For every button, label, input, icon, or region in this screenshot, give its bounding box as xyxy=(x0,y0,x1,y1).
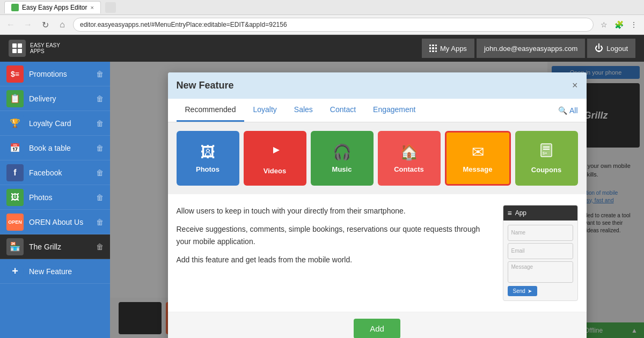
sidebar-label-photos: Photos xyxy=(29,193,96,202)
extension-icon[interactable]: 🧩 xyxy=(613,19,625,31)
tab-contact[interactable]: Contact xyxy=(321,99,364,122)
contacts-feature-label: Contacts xyxy=(394,165,424,173)
preview-app-title: App xyxy=(515,209,526,217)
photos-icon: 🖼 xyxy=(6,189,24,206)
preview-body: Name Email Message Send ➤ xyxy=(503,221,577,300)
app-header: EASY EASY APPS My Apps john.doe@easyeasy… xyxy=(0,35,644,62)
sidebar-item-promotions[interactable]: $≡ Promotions 🗑 xyxy=(0,62,110,86)
tab-sales[interactable]: Sales xyxy=(286,99,321,122)
right-panel: Open in your phone Grillz do we do? you … xyxy=(110,62,644,338)
feature-card-videos[interactable]: Videos xyxy=(244,131,306,186)
modal-overlay: New Feature × Recommended Loyalty Sales … xyxy=(110,62,644,338)
sidebar-delete-the-grillz[interactable]: 🗑 xyxy=(96,243,104,251)
preview-send-button[interactable]: Send ➤ xyxy=(508,286,537,296)
sidebar-item-facebook[interactable]: f Facebook 🗑 xyxy=(0,160,110,185)
browser-toolbar: ← → ↻ ⌂ editor.easyeasyapps.net/#MenuEnt… xyxy=(0,15,644,34)
forward-button[interactable]: → xyxy=(21,18,34,31)
sidebar-label-about-us: OREN About Us xyxy=(29,218,96,226)
tab-recommended[interactable]: Recommended xyxy=(177,99,245,122)
sidebar-delete-promotions[interactable]: 🗑 xyxy=(96,70,104,78)
coupons-feature-icon: $≡ xyxy=(539,143,554,161)
sidebar-delete-photos[interactable]: 🗑 xyxy=(96,193,104,202)
add-button[interactable]: Add xyxy=(354,319,400,338)
book-a-table-icon: 📅 xyxy=(6,139,24,157)
feature-card-photos[interactable]: 🖼 Photos xyxy=(177,131,239,186)
tab-close[interactable]: × xyxy=(90,4,93,11)
preview-message-textarea: Message xyxy=(508,261,573,283)
sidebar-label-delivery: Delivery xyxy=(29,94,96,103)
user-email-button[interactable]: john.doe@easyeasyapps.com xyxy=(477,39,585,58)
sidebar-delete-about-us[interactable]: 🗑 xyxy=(96,218,104,226)
sidebar-label-new-feature: New Feature xyxy=(29,267,104,276)
sidebar-label-book-a-table: Book a table xyxy=(29,144,96,152)
sidebar-item-delivery[interactable]: 📋 Delivery 🗑 xyxy=(0,86,110,111)
sidebar-item-loyalty-card[interactable]: 🏆 Loyalty Card 🗑 xyxy=(0,111,110,136)
modal-header: New Feature × xyxy=(168,72,587,99)
feature-detail: Allow users to keep in touch with your d… xyxy=(168,194,587,312)
delivery-icon: 📋 xyxy=(6,90,24,107)
preview-phone-header: ≡ App xyxy=(503,205,577,221)
browser-tab[interactable]: Easy Easy Apps Editor × xyxy=(4,1,101,13)
feature-card-contacts[interactable]: 🏠 Contacts xyxy=(378,131,441,186)
back-button[interactable]: ← xyxy=(4,18,17,31)
logout-button[interactable]: ⏻ Logout xyxy=(587,39,635,58)
modal-close-button[interactable]: × xyxy=(572,80,578,91)
new-tab-button[interactable] xyxy=(105,2,116,13)
logout-icon: ⏻ xyxy=(595,43,603,53)
feature-card-message[interactable]: ✉ Message xyxy=(445,131,511,186)
sidebar-delete-facebook[interactable]: 🗑 xyxy=(96,168,104,177)
modal-dialog: New Feature × Recommended Loyalty Sales … xyxy=(168,72,587,338)
sidebar-item-new-feature[interactable]: + New Feature xyxy=(0,259,110,284)
logo-grid xyxy=(12,43,22,53)
feature-grid: 🖼 Photos Videos 🎧 Music 🏠 xyxy=(168,122,587,194)
modal-title: New Feature xyxy=(177,80,234,91)
bookmark-icon[interactable]: ☆ xyxy=(598,19,610,31)
tab-all[interactable]: 🔍 All xyxy=(558,106,578,115)
svg-marker-1 xyxy=(273,147,280,153)
photos-feature-icon: 🖼 xyxy=(200,143,215,161)
sidebar-item-book-a-table[interactable]: 📅 Book a table 🗑 xyxy=(0,136,110,160)
sidebar-item-the-grillz[interactable]: 🏪 The Grillz 🗑 xyxy=(0,234,110,259)
address-bar[interactable]: editor.easyeasyapps.net/#MenuEntryPlace:… xyxy=(73,18,594,32)
toolbar-icons: ☆ 🧩 ⋮ xyxy=(598,19,640,31)
desc-line-2: Receive suggestions, comments, simple bo… xyxy=(177,223,492,247)
coupons-feature-label: Coupons xyxy=(531,166,561,174)
sidebar-delete-delivery[interactable]: 🗑 xyxy=(96,94,104,103)
grid-icon xyxy=(429,45,437,52)
sidebar-label-the-grillz: The Grillz xyxy=(29,243,96,251)
svg-text:$≡: $≡ xyxy=(543,151,547,155)
music-feature-label: Music xyxy=(332,165,352,173)
logo-icon xyxy=(9,40,26,57)
the-grillz-icon: 🏪 xyxy=(6,238,24,255)
feature-preview: ≡ App Name Email Message Send xyxy=(503,205,578,301)
facebook-icon: f xyxy=(6,164,24,181)
preview-name-input: Name xyxy=(508,225,573,241)
videos-feature-label: Videos xyxy=(264,167,286,175)
tab-title: Easy Easy Apps Editor xyxy=(22,4,87,11)
main-area: $≡ Promotions 🗑 📋 Delivery 🗑 🏆 Loyalty C… xyxy=(0,62,644,338)
refresh-button[interactable]: ↻ xyxy=(39,18,52,31)
home-button[interactable]: ⌂ xyxy=(56,18,69,31)
menu-icon[interactable]: ⋮ xyxy=(628,19,640,31)
tab-engagement[interactable]: Engagement xyxy=(364,99,424,122)
app-logo: EASY EASY APPS xyxy=(9,40,60,57)
message-feature-icon: ✉ xyxy=(472,143,484,161)
header-nav: My Apps john.doe@easyeasyapps.com ⏻ Logo… xyxy=(422,39,635,58)
desc-line-3: Add this feature and get leads from the … xyxy=(177,254,492,266)
tab-all-label: All xyxy=(569,106,578,115)
tab-loyalty[interactable]: Loyalty xyxy=(244,99,285,122)
preview-phone: ≡ App Name Email Message Send xyxy=(503,205,578,301)
sidebar-delete-loyalty-card[interactable]: 🗑 xyxy=(96,119,104,128)
sidebar-item-about-us[interactable]: OPEN OREN About Us 🗑 xyxy=(0,210,110,234)
sidebar-item-photos[interactable]: 🖼 Photos 🗑 xyxy=(0,185,110,210)
sidebar: $≡ Promotions 🗑 📋 Delivery 🗑 🏆 Loyalty C… xyxy=(0,62,110,338)
preview-email-input: Email xyxy=(508,243,573,259)
sidebar-delete-book-a-table[interactable]: 🗑 xyxy=(96,144,104,152)
modal-tabs: Recommended Loyalty Sales Contact Engage… xyxy=(168,99,587,122)
my-apps-button[interactable]: My Apps xyxy=(422,39,474,58)
browser-titlebar: Easy Easy Apps Editor × xyxy=(0,0,644,15)
feature-card-music[interactable]: 🎧 Music xyxy=(311,131,374,186)
sidebar-label-facebook: Facebook xyxy=(29,168,96,177)
about-us-icon: OPEN xyxy=(6,214,24,231)
feature-card-coupons[interactable]: $≡ Coupons xyxy=(515,131,578,186)
